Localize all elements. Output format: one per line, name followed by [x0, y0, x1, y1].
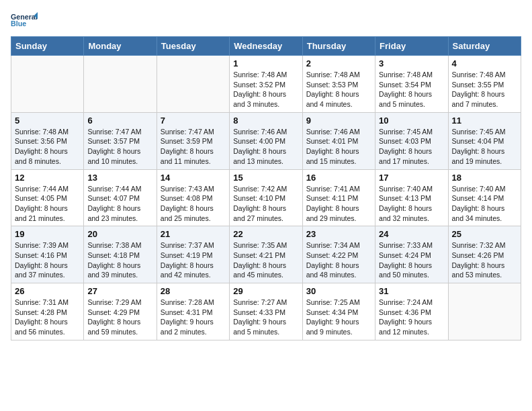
day-number: 27 [87, 286, 152, 296]
calendar-cell: 6Sunrise: 7:47 AM Sunset: 3:57 PM Daylig… [84, 112, 157, 169]
calendar-cell [84, 56, 157, 113]
calendar-cell: 28Sunrise: 7:28 AM Sunset: 4:31 PM Dayli… [157, 283, 229, 340]
calendar-cell: 25Sunrise: 7:32 AM Sunset: 4:26 PM Dayli… [448, 226, 521, 283]
day-info: Sunrise: 7:46 AM Sunset: 4:01 PM Dayligh… [306, 127, 371, 167]
calendar-cell: 26Sunrise: 7:31 AM Sunset: 4:28 PM Dayli… [11, 283, 84, 340]
day-number: 24 [379, 229, 444, 239]
calendar-cell: 11Sunrise: 7:45 AM Sunset: 4:04 PM Dayli… [448, 112, 521, 169]
day-info: Sunrise: 7:31 AM Sunset: 4:28 PM Dayligh… [15, 298, 80, 337]
day-info: Sunrise: 7:45 AM Sunset: 4:03 PM Dayligh… [379, 127, 444, 167]
calendar-cell: 19Sunrise: 7:39 AM Sunset: 4:16 PM Dayli… [11, 226, 84, 283]
day-number: 19 [15, 229, 80, 239]
calendar-week-row: 12Sunrise: 7:44 AM Sunset: 4:05 PM Dayli… [11, 169, 521, 226]
day-info: Sunrise: 7:40 AM Sunset: 4:13 PM Dayligh… [379, 184, 444, 224]
logo: General Blue [11, 11, 38, 30]
page-header: General Blue [11, 11, 521, 30]
day-number: 8 [233, 116, 298, 126]
day-info: Sunrise: 7:48 AM Sunset: 3:54 PM Dayligh… [379, 70, 444, 109]
day-info: Sunrise: 7:43 AM Sunset: 4:08 PM Dayligh… [161, 184, 226, 224]
calendar-cell: 14Sunrise: 7:43 AM Sunset: 4:08 PM Dayli… [157, 169, 229, 226]
calendar-cell: 27Sunrise: 7:29 AM Sunset: 4:29 PM Dayli… [84, 283, 157, 340]
day-info: Sunrise: 7:48 AM Sunset: 3:56 PM Dayligh… [15, 127, 80, 167]
day-info: Sunrise: 7:46 AM Sunset: 4:00 PM Dayligh… [233, 127, 298, 167]
calendar-cell [157, 56, 229, 113]
day-info: Sunrise: 7:37 AM Sunset: 4:19 PM Dayligh… [161, 240, 226, 280]
calendar-cell: 30Sunrise: 7:25 AM Sunset: 4:34 PM Dayli… [302, 283, 375, 340]
day-info: Sunrise: 7:35 AM Sunset: 4:21 PM Dayligh… [233, 240, 298, 280]
day-number: 9 [306, 116, 371, 126]
day-number: 12 [15, 173, 80, 183]
day-info: Sunrise: 7:24 AM Sunset: 4:36 PM Dayligh… [379, 298, 444, 337]
day-number: 13 [87, 173, 152, 183]
calendar-week-row: 1Sunrise: 7:48 AM Sunset: 3:52 PM Daylig… [11, 56, 521, 113]
calendar-cell: 29Sunrise: 7:27 AM Sunset: 4:33 PM Dayli… [230, 283, 302, 340]
calendar-cell: 13Sunrise: 7:44 AM Sunset: 4:07 PM Dayli… [84, 169, 157, 226]
calendar-cell: 22Sunrise: 7:35 AM Sunset: 4:21 PM Dayli… [230, 226, 302, 283]
calendar-cell: 2Sunrise: 7:48 AM Sunset: 3:53 PM Daylig… [302, 56, 375, 113]
calendar-cell: 15Sunrise: 7:42 AM Sunset: 4:10 PM Dayli… [230, 169, 302, 226]
weekday-header-row: SundayMondayTuesdayWednesdayThursdayFrid… [11, 37, 521, 56]
calendar-cell: 20Sunrise: 7:38 AM Sunset: 4:18 PM Dayli… [84, 226, 157, 283]
day-info: Sunrise: 7:34 AM Sunset: 4:22 PM Dayligh… [306, 240, 371, 280]
svg-text:Blue: Blue [11, 19, 26, 28]
calendar-cell [11, 56, 84, 113]
calendar-cell: 9Sunrise: 7:46 AM Sunset: 4:01 PM Daylig… [302, 112, 375, 169]
day-number: 31 [379, 286, 444, 296]
calendar-week-row: 19Sunrise: 7:39 AM Sunset: 4:16 PM Dayli… [11, 226, 521, 283]
weekday-header: Friday [375, 37, 448, 56]
calendar-cell: 4Sunrise: 7:48 AM Sunset: 3:55 PM Daylig… [448, 56, 521, 113]
calendar-cell: 24Sunrise: 7:33 AM Sunset: 4:24 PM Dayli… [375, 226, 448, 283]
day-info: Sunrise: 7:38 AM Sunset: 4:18 PM Dayligh… [87, 240, 152, 280]
day-number: 16 [306, 173, 371, 183]
day-number: 2 [306, 58, 371, 68]
calendar-cell: 17Sunrise: 7:40 AM Sunset: 4:13 PM Dayli… [375, 169, 448, 226]
day-info: Sunrise: 7:27 AM Sunset: 4:33 PM Dayligh… [233, 298, 298, 337]
day-number: 4 [452, 58, 517, 68]
weekday-header: Saturday [448, 37, 521, 56]
day-number: 30 [306, 286, 371, 296]
day-number: 28 [161, 286, 226, 296]
weekday-header: Monday [84, 37, 157, 56]
day-info: Sunrise: 7:48 AM Sunset: 3:53 PM Dayligh… [306, 70, 371, 109]
calendar-cell: 8Sunrise: 7:46 AM Sunset: 4:00 PM Daylig… [230, 112, 302, 169]
day-number: 22 [233, 229, 298, 239]
day-number: 26 [15, 286, 80, 296]
day-info: Sunrise: 7:33 AM Sunset: 4:24 PM Dayligh… [379, 240, 444, 280]
calendar-cell: 18Sunrise: 7:40 AM Sunset: 4:14 PM Dayli… [448, 169, 521, 226]
day-info: Sunrise: 7:42 AM Sunset: 4:10 PM Dayligh… [233, 184, 298, 224]
calendar-week-row: 5Sunrise: 7:48 AM Sunset: 3:56 PM Daylig… [11, 112, 521, 169]
logo-icon: General Blue [11, 11, 38, 30]
weekday-header: Tuesday [157, 37, 229, 56]
day-info: Sunrise: 7:41 AM Sunset: 4:11 PM Dayligh… [306, 184, 371, 224]
calendar-cell: 31Sunrise: 7:24 AM Sunset: 4:36 PM Dayli… [375, 283, 448, 340]
day-info: Sunrise: 7:48 AM Sunset: 3:52 PM Dayligh… [233, 70, 298, 109]
weekday-header: Wednesday [230, 37, 302, 56]
day-number: 6 [87, 116, 152, 126]
day-number: 23 [306, 229, 371, 239]
day-info: Sunrise: 7:40 AM Sunset: 4:14 PM Dayligh… [452, 184, 517, 224]
day-number: 20 [87, 229, 152, 239]
day-number: 14 [161, 173, 226, 183]
day-number: 17 [379, 173, 444, 183]
calendar-cell [448, 283, 521, 340]
day-info: Sunrise: 7:32 AM Sunset: 4:26 PM Dayligh… [452, 240, 517, 280]
calendar-cell: 21Sunrise: 7:37 AM Sunset: 4:19 PM Dayli… [157, 226, 229, 283]
day-info: Sunrise: 7:39 AM Sunset: 4:16 PM Dayligh… [15, 240, 80, 280]
calendar-cell: 1Sunrise: 7:48 AM Sunset: 3:52 PM Daylig… [230, 56, 302, 113]
calendar-cell: 5Sunrise: 7:48 AM Sunset: 3:56 PM Daylig… [11, 112, 84, 169]
day-info: Sunrise: 7:29 AM Sunset: 4:29 PM Dayligh… [87, 298, 152, 337]
weekday-header: Sunday [11, 37, 84, 56]
day-number: 29 [233, 286, 298, 296]
calendar-cell: 23Sunrise: 7:34 AM Sunset: 4:22 PM Dayli… [302, 226, 375, 283]
day-number: 15 [233, 173, 298, 183]
day-number: 11 [452, 116, 517, 126]
calendar-cell: 10Sunrise: 7:45 AM Sunset: 4:03 PM Dayli… [375, 112, 448, 169]
day-info: Sunrise: 7:25 AM Sunset: 4:34 PM Dayligh… [306, 298, 371, 337]
weekday-header: Thursday [302, 37, 375, 56]
calendar-cell: 16Sunrise: 7:41 AM Sunset: 4:11 PM Dayli… [302, 169, 375, 226]
day-info: Sunrise: 7:45 AM Sunset: 4:04 PM Dayligh… [452, 127, 517, 167]
day-number: 3 [379, 58, 444, 68]
calendar-cell: 12Sunrise: 7:44 AM Sunset: 4:05 PM Dayli… [11, 169, 84, 226]
calendar-week-row: 26Sunrise: 7:31 AM Sunset: 4:28 PM Dayli… [11, 283, 521, 340]
day-info: Sunrise: 7:48 AM Sunset: 3:55 PM Dayligh… [452, 70, 517, 109]
